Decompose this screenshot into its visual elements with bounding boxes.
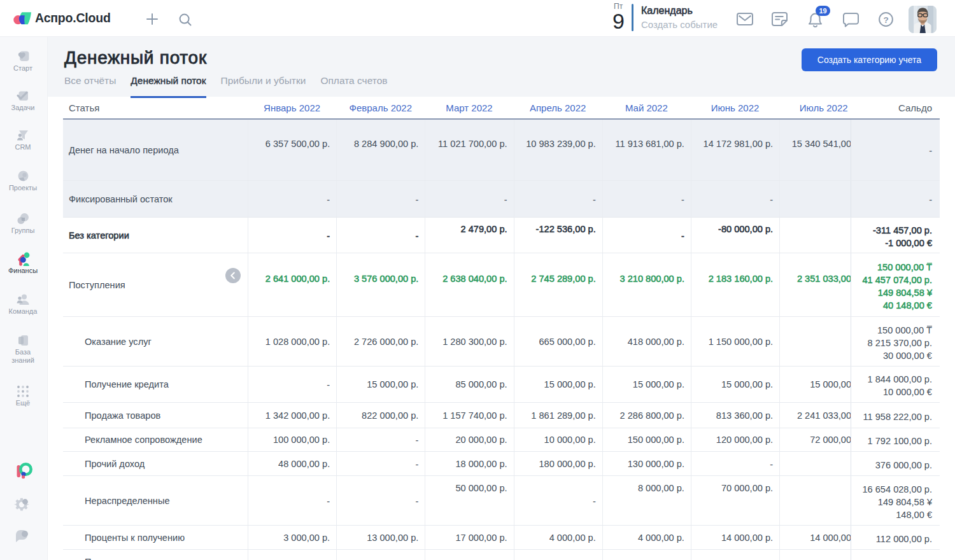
svg-text:?: ? [883, 15, 888, 25]
